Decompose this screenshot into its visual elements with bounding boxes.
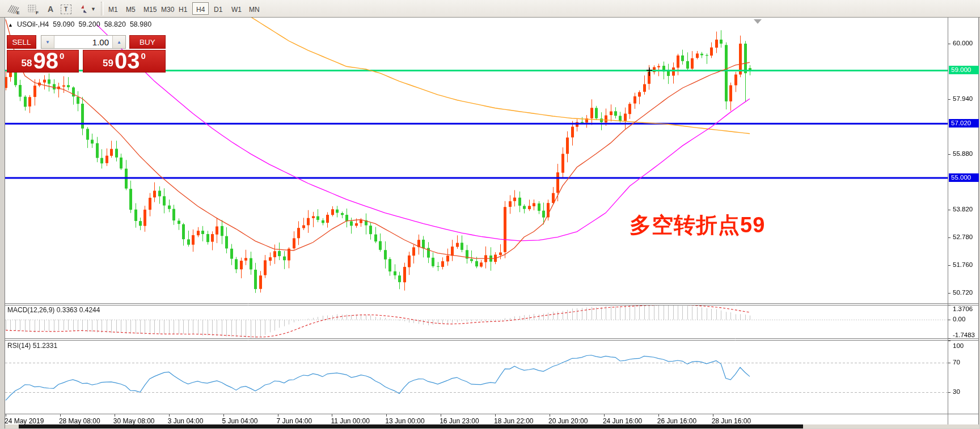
toolbar: E F A T ▼ M1M5M15M30H1H4D1W1MN [0, 0, 980, 18]
timeframe-button-m1[interactable]: M1 [104, 2, 121, 15]
time-tick-label: 18 Jun 22:00 [494, 417, 533, 425]
price-tick-label: 57.940 [953, 95, 973, 102]
ohlc-open: 59.090 [53, 20, 74, 28]
svg-text:F: F [36, 10, 39, 15]
macd-tick-label: 1.3706 [953, 305, 973, 312]
sell-price-prefix: 58 [22, 58, 32, 69]
chart-shift-marker[interactable] [754, 19, 762, 24]
timeframe-button-mn[interactable]: MN [245, 2, 261, 15]
buy-price-prefix: 59 [103, 58, 113, 69]
volume-increase-button[interactable]: ▲ [112, 36, 125, 48]
time-tick-label: 13 Jun 00:00 [385, 417, 424, 425]
time-tick-label: 7 Jun 04:00 [277, 417, 312, 425]
price-line-badge: 55.000 [949, 173, 979, 182]
svg-text:E: E [16, 10, 20, 15]
sell-price-sup: 0 [60, 51, 64, 61]
time-tick-label: 24 May 2019 [5, 417, 44, 425]
dropdown-caret-icon: ▼ [91, 6, 96, 12]
price-tick-label: 60.000 [953, 40, 973, 46]
pattern-tool-e-button[interactable]: E [3, 2, 24, 16]
letter-a-icon: A [48, 5, 53, 14]
ohlc-close: 58.980 [130, 20, 151, 28]
chart-text-annotation: 多空转折点59 [630, 211, 765, 240]
timeframe-button-w1[interactable]: W1 [227, 2, 244, 15]
time-tick-label: 3 Jun 04:00 [168, 417, 204, 425]
volume-spinner: ▼ ▲ [41, 35, 126, 49]
buy-price-big: 03 [115, 50, 140, 71]
timeframe-button-m30[interactable]: M30 [157, 2, 174, 15]
timeframe-button-m15[interactable]: M15 [140, 2, 156, 15]
ohlc-high: 59.200 [78, 20, 100, 28]
sell-price-big: 98 [33, 50, 59, 71]
price-tick-label: 50.720 [953, 289, 973, 296]
volume-decrease-button[interactable]: ▼ [41, 36, 54, 48]
symbol-marker-icon: ▲ [8, 22, 13, 28]
toolbar-separator [101, 2, 104, 15]
rsi-tick-label: 70 [953, 359, 960, 366]
rsi-indicator-label: RSI(14) 51.2331 [7, 342, 57, 350]
time-tick-label: 24 Jun 16:00 [603, 417, 642, 425]
buy-button[interactable]: BUY [129, 35, 166, 49]
time-tick-label: 5 Jun 04:00 [222, 417, 258, 425]
horizontal-scrollbar-thumb[interactable] [19, 424, 803, 428]
timeframe-button-m5[interactable]: M5 [122, 2, 138, 15]
price-tick-label: 52.780 [953, 233, 973, 240]
macd-tick-label: -1.7483 [953, 332, 975, 338]
time-tick-label: 16 Jun 23:00 [440, 417, 479, 425]
timeframe-button-h4[interactable]: H4 [192, 2, 209, 15]
arrows-icon [79, 4, 89, 14]
ohlc-low: 58.820 [104, 20, 126, 28]
symbol-info-line: ▲USOil-,H459.09059.20058.82058.980 [8, 20, 151, 28]
time-tick-label: 20 Jun 20:00 [548, 417, 588, 425]
macd-indicator-label: MACD(12,26,9) 0.3363 0.4244 [7, 306, 100, 314]
volume-input[interactable] [54, 36, 112, 48]
hatch-pattern-icon: E [7, 3, 20, 15]
price-tick-label: 51.760 [953, 261, 973, 268]
price-line-badge: 57.020 [949, 119, 979, 128]
time-tick-label: 28 Jun 16:00 [712, 417, 751, 425]
sell-button[interactable]: SELL [7, 35, 36, 49]
buy-price-sup: 0 [141, 51, 146, 61]
rsi-tick-label: 100 [953, 342, 964, 349]
grid-tool-f-button[interactable]: F [25, 2, 42, 16]
price-tick-label: 53.820 [953, 206, 973, 213]
text-label-button[interactable]: T [58, 2, 74, 16]
price-line-badge: 59.000 [949, 66, 979, 74]
price-tick-label: 55.880 [953, 150, 973, 157]
time-tick-label: 26 Jun 16:00 [657, 417, 696, 425]
time-tick-label: 30 May 08:00 [113, 417, 155, 425]
grid-icon: F [27, 3, 40, 15]
macd-tick-label: 0.00 [953, 316, 965, 322]
sell-price-box[interactable]: 58 98 0 [7, 50, 79, 73]
time-tick-label: 28 May 08:00 [59, 417, 100, 425]
time-tick-label: 11 Jun 00:00 [331, 417, 370, 425]
timeframe-button-h1[interactable]: H1 [175, 2, 191, 15]
buy-price-box[interactable]: 59 03 0 [83, 50, 166, 73]
insert-text-button[interactable]: A [43, 2, 58, 16]
timeframe-button-d1[interactable]: D1 [210, 2, 226, 15]
rsi-tick-label: 30 [953, 388, 960, 395]
symbol-name: USOil-,H4 [17, 20, 49, 28]
text-box-icon: T [61, 5, 71, 14]
arrow-objects-button[interactable]: ▼ [75, 2, 100, 16]
